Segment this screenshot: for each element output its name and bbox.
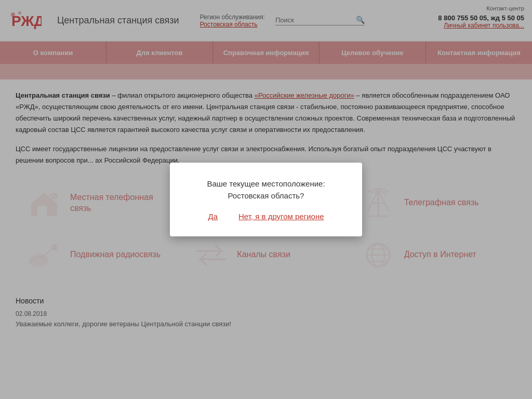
- dialog-yes-button[interactable]: Да: [208, 212, 218, 221]
- dialog: Ваше текущее местоположение: Ростовская …: [170, 163, 362, 236]
- dialog-text: Ваше текущее местоположение: Ростовская …: [191, 178, 341, 202]
- dialog-overlay: Ваше текущее местоположение: Ростовская …: [0, 0, 532, 338]
- dialog-buttons: Да Нет, я в другом регионе: [191, 212, 341, 221]
- dialog-no-button[interactable]: Нет, я в другом регионе: [238, 212, 324, 221]
